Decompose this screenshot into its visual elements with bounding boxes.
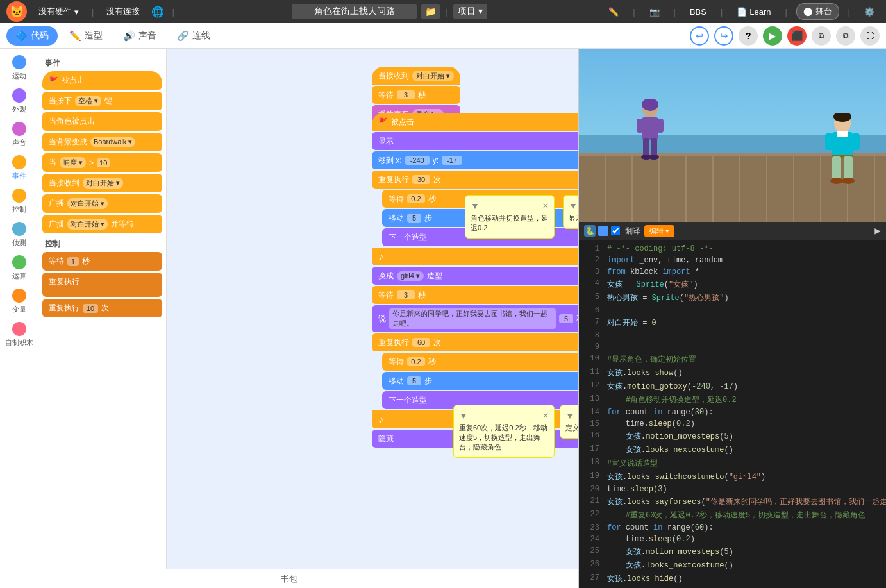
ws-wait3a[interactable]: 等待 3 秒 (372, 286, 578, 304)
topbar-right: ✏️ | 📷 | BBS | 📄 Learn | ⬤ 舞台 | ⚙️ (603, 3, 880, 20)
edit-icon-button[interactable]: ✏️ (603, 4, 624, 19)
code-line-15: 15 time.sleep(0.2) (579, 418, 886, 430)
ws-block-wait3[interactable]: 等待 3 秒 (372, 86, 460, 104)
sep3: | (446, 7, 447, 17)
ws-goto[interactable]: 移到 x: -240 y: -17 (372, 151, 578, 169)
learn-label: Learn (749, 7, 771, 17)
cat-custom[interactable]: 自制积木 (0, 318, 38, 351)
layout1-button[interactable]: ⧉ (812, 26, 831, 46)
code-line-11: 11 女孩.looks_show() (579, 366, 886, 380)
cat-operators[interactable]: 运算 (0, 251, 38, 285)
svg-rect-2 (642, 117, 658, 140)
scratch-indicator (598, 226, 608, 236)
comment-close-3[interactable]: ✕ (542, 411, 549, 420)
cat-control-dot (12, 189, 26, 203)
code-panel-header: 🐍 翻译 编辑 ▾ ▶ (579, 222, 886, 240)
block-when-gt[interactable]: 当 响度 ▾ > 10 (42, 153, 162, 172)
block-broadcast-wait[interactable]: 广播 对白开始 ▾ 并等待 (42, 215, 162, 233)
comment-header-1: ▼ ✕ (471, 201, 549, 211)
ws-block-receive[interactable]: 当接收到 对白开始 ▾ (372, 67, 460, 85)
sep5: | (674, 7, 676, 17)
ws-repeat30[interactable]: 重复执行 30 次 (372, 171, 578, 189)
tab-connect[interactable]: 🔗 连线 (168, 26, 219, 46)
project-menu-button[interactable]: 项目 ▾ (453, 4, 487, 19)
project-file-icon[interactable]: 📁 (421, 4, 440, 19)
cat-control[interactable]: 控制 (0, 185, 38, 218)
ws-hat-flag[interactable]: 🚩 被点击 (372, 113, 578, 131)
globe-icon: 🌐 (151, 6, 164, 18)
undo-button[interactable]: ↩ (690, 26, 709, 46)
comment-close-1[interactable]: ✕ (542, 201, 549, 210)
cat-variables[interactable]: 变量 (0, 285, 38, 318)
code-line-20: 20 time.sleep(3) (579, 483, 886, 495)
svg-rect-6 (651, 138, 657, 156)
block-when-clicked[interactable]: 当角色被点击 (42, 112, 162, 131)
comment-arrow-2[interactable]: ▼ (569, 201, 578, 211)
svg-point-17 (842, 178, 855, 184)
block-broadcast[interactable]: 广播 对白开始 ▾ (42, 194, 162, 213)
block-when-receive[interactable]: 当接收到 对白开始 ▾ (42, 174, 162, 192)
cat-events-label: 事件 (12, 171, 26, 181)
cat-looks[interactable]: 外观 (0, 85, 38, 118)
bbs-button[interactable]: BBS (685, 4, 712, 19)
comment-arrow-3[interactable]: ▼ (459, 410, 468, 421)
code-line-19: 19 女孩.looks_switchcostumeto("girl4") (579, 470, 886, 483)
fullscreen-button[interactable]: ⛶ (860, 26, 880, 46)
python-icon: 🐍 (584, 225, 596, 237)
cat-sound[interactable]: 声音 (0, 118, 38, 151)
workspace-inner: 当接收到 对白开始 ▾ 等待 3 秒 播放声音 录音1 ▾ 🚩 被点 (167, 49, 578, 588)
connect-button[interactable]: 没有连接 (101, 3, 145, 20)
code-line-25: 25 女孩.motion_movesteps(5) (579, 545, 886, 559)
code-line-8: 8 (579, 330, 886, 341)
tab-sound[interactable]: 🔊 声音 (114, 26, 165, 46)
camera-icon-button[interactable]: 📷 (644, 4, 665, 19)
cat-looks-label: 外观 (12, 105, 26, 114)
ws-wait02b[interactable]: 等待 0.2 秒 (382, 353, 578, 371)
svg-point-8 (649, 155, 659, 160)
cat-sensing[interactable]: 侦测 (0, 218, 38, 251)
block-repeat[interactable]: 重复执行 (42, 273, 162, 297)
block-when-flag[interactable]: 🚩 被点击 (42, 71, 162, 90)
ws-show[interactable]: 显示 (372, 132, 578, 150)
learn-button[interactable]: 📄 Learn (731, 4, 776, 19)
ws-switch-costume[interactable]: 换成 girl4 ▾ 造型 (372, 267, 578, 285)
workspace[interactable]: 当接收到 对白开始 ▾ 等待 3 秒 播放声音 录音1 ▾ 🚩 被点 (167, 49, 578, 588)
ws-repeat60[interactable]: 重复执行 60 次 (372, 333, 578, 351)
code-panel-expand[interactable]: ▶ (874, 224, 881, 237)
cat-motion-label: 运动 (12, 71, 26, 81)
sep8: | (848, 7, 850, 17)
cat-motion[interactable]: 运动 (0, 51, 38, 85)
cat-sensing-dot (12, 222, 26, 236)
cat-sensing-label: 侦测 (12, 238, 26, 248)
ws-flag-icon: 🚩 (378, 117, 388, 126)
tab-costume[interactable]: ✏️ 造型 (60, 26, 112, 46)
code-content[interactable]: 1 # -*- coding: utf-8 -*- 2 import _env,… (579, 240, 886, 584)
tab-bar: 🔷 代码 ✏️ 造型 🔊 声音 🔗 连线 ↩ ↪ ? ▶ ⬛ ⧉ ⧉ ⛶ (0, 23, 886, 49)
hardware-button[interactable]: 没有硬件 ▾ (33, 3, 84, 20)
cat-custom-dot (12, 322, 26, 336)
flag-icon: 🚩 (49, 76, 58, 85)
comment-arrow-4[interactable]: ▼ (565, 410, 574, 421)
block-repeat-n[interactable]: 重复执行 10 次 (42, 299, 162, 317)
comment-arrow-1[interactable]: ▼ (471, 201, 480, 211)
code-line-7: 7 对白开始 = 0 (579, 316, 886, 330)
comment-text-2: 显示角色，确定初始位置 (569, 214, 578, 223)
redo-button[interactable]: ↪ (714, 26, 733, 46)
edit-button[interactable]: 编辑 ▾ (644, 225, 674, 237)
block-when-key[interactable]: 当按下 空格 ▾ 键 (42, 92, 162, 110)
stop-button[interactable]: ⬛ (787, 26, 807, 46)
stage-button[interactable]: ⬤ 舞台 (796, 3, 839, 20)
layout2-button[interactable]: ⧉ (836, 26, 855, 46)
help-button[interactable]: ? (739, 26, 758, 46)
block-wait[interactable]: 等待 1 秒 (42, 252, 162, 271)
block-when-backdrop[interactable]: 当背景变成 Boardwalk ▾ (42, 133, 162, 151)
project-title-input[interactable] (292, 4, 417, 19)
green-flag-button[interactable]: ▶ (763, 26, 782, 46)
cat-events[interactable]: 事件 (0, 151, 38, 185)
code-line-24: 24 time.sleep(0.2) (579, 533, 886, 545)
ws-move5b[interactable]: 移动 5 步 (382, 372, 578, 390)
tab-code[interactable]: 🔷 代码 (6, 26, 58, 46)
ws-say[interactable]: 说 你是新来的同学吧，正好我要去图书馆，我们一起走吧。 5 秒 (372, 305, 578, 332)
sync-checkbox[interactable] (611, 226, 620, 235)
settings-button[interactable]: ⚙️ (859, 4, 880, 19)
